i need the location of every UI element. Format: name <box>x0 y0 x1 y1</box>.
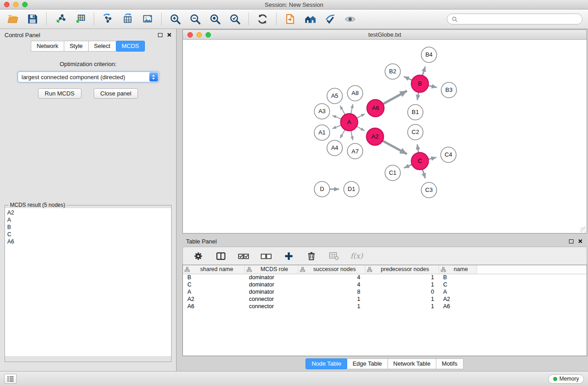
table-cell[interactable]: dominator <box>244 274 298 281</box>
table-cell[interactable]: dominator <box>244 288 298 295</box>
table-cell[interactable]: 1 <box>298 295 365 303</box>
expand-neighbors-button[interactable] <box>282 11 298 27</box>
show-column-panel-button[interactable] <box>213 248 229 264</box>
tab-network-table[interactable]: Network Table <box>387 358 436 369</box>
table-cell[interactable]: B <box>183 274 244 281</box>
tab-edge-table[interactable]: Edge Table <box>347 358 388 369</box>
graph-node-A2[interactable]: A2 <box>366 128 383 145</box>
table-cell[interactable]: 0 <box>365 288 439 295</box>
table-cell[interactable]: 1 <box>365 274 439 281</box>
table-cell[interactable]: C <box>439 281 477 288</box>
graph-node-C2[interactable]: C2 <box>408 124 423 140</box>
table-cell[interactable]: connector <box>244 295 298 303</box>
graph-node-D[interactable]: D <box>314 181 330 197</box>
close-panel-icon[interactable] <box>167 33 172 37</box>
network-canvas[interactable]: B4B2B3B1A5A8A3A1A4A7C2C4C1C3DD1BA6AA2C <box>183 40 587 233</box>
graph-node-A8[interactable]: A8 <box>347 86 363 101</box>
open-file-button[interactable] <box>5 11 21 27</box>
refresh-view-button[interactable] <box>254 11 271 27</box>
table-cell[interactable]: A2 <box>439 295 477 303</box>
mcds-result-item[interactable]: A6 <box>7 238 169 245</box>
zoom-out-button[interactable] <box>187 11 203 27</box>
column-header-name[interactable]: name <box>439 265 477 274</box>
new-network-view-button[interactable] <box>100 11 116 27</box>
import-network-button[interactable] <box>52 11 68 27</box>
table-cell[interactable]: A <box>439 288 477 295</box>
network-minimize-button[interactable] <box>196 32 202 38</box>
export-image-button[interactable] <box>139 11 156 27</box>
task-history-button[interactable] <box>4 374 17 384</box>
table-cell[interactable]: A6 <box>439 303 477 310</box>
table-cell[interactable]: 1 <box>365 303 439 310</box>
show-hide-button[interactable] <box>342 11 358 27</box>
network-close-button[interactable] <box>187 32 193 38</box>
zoom-selected-button[interactable] <box>227 11 243 27</box>
table-cell[interactable]: 1 <box>365 281 439 288</box>
import-table-button[interactable] <box>72 11 88 27</box>
graph-node-A4[interactable]: A4 <box>327 140 342 156</box>
table-row[interactable]: Cdominator41C <box>183 281 587 288</box>
deselect-all-rows-button[interactable] <box>258 248 274 264</box>
graph-node-C[interactable]: C <box>411 152 429 170</box>
zoom-fit-button[interactable] <box>207 11 223 27</box>
table-cell[interactable]: B <box>439 274 477 281</box>
apply-style-button[interactable] <box>322 11 338 27</box>
table-row[interactable]: A6connector11A6 <box>183 303 587 310</box>
table-cell[interactable]: 1 <box>365 295 439 303</box>
network-maximize-button[interactable] <box>206 32 211 38</box>
search-input[interactable] <box>460 16 578 23</box>
column-header-shared-name[interactable]: shared name <box>183 265 244 274</box>
new-table-view-button[interactable] <box>120 11 136 27</box>
graph-node-C3[interactable]: C3 <box>421 182 437 198</box>
maximize-window-button[interactable] <box>22 2 28 7</box>
select-all-rows-button[interactable] <box>235 248 252 264</box>
table-cell[interactable]: 4 <box>298 281 365 288</box>
mcds-result-item[interactable]: A <box>7 216 169 224</box>
graph-node-C1[interactable]: C1 <box>385 165 401 181</box>
zoom-in-button[interactable] <box>167 11 183 27</box>
add-row-button[interactable] <box>281 248 297 264</box>
mcds-result-item[interactable]: B <box>7 224 169 231</box>
delete-rows-button[interactable] <box>303 248 320 264</box>
minimize-window-button[interactable] <box>13 2 19 7</box>
table-cell[interactable]: A6 <box>183 303 244 310</box>
graph-node-B[interactable]: B <box>411 75 429 92</box>
graph-node-A6[interactable]: A6 <box>367 100 384 117</box>
graph-node-D1[interactable]: D1 <box>344 181 359 197</box>
close-panel-button[interactable]: Close panel <box>94 88 139 99</box>
show-home-networks-button[interactable] <box>302 11 318 27</box>
save-session-button[interactable] <box>24 11 41 27</box>
mcds-result-item[interactable]: A2 <box>7 209 169 216</box>
graph-node-A1[interactable]: A1 <box>314 125 330 140</box>
search-box[interactable] <box>447 14 583 24</box>
tab-mcds[interactable]: MCDS <box>116 41 145 52</box>
table-cell[interactable]: A2 <box>183 295 244 303</box>
resize-grip[interactable] <box>580 227 586 233</box>
tab-motifs[interactable]: Motifs <box>436 358 464 369</box>
memory-button[interactable]: Memory <box>548 374 584 384</box>
table-cell[interactable]: C <box>183 281 244 288</box>
graph-node-A7[interactable]: A7 <box>347 143 363 159</box>
table-cell[interactable]: 4 <box>298 274 365 281</box>
tab-node-table[interactable]: Node Table <box>306 358 347 369</box>
table-cell[interactable]: connector <box>244 303 298 310</box>
mcds-result-item[interactable]: C <box>7 231 169 238</box>
table-cell[interactable]: 8 <box>298 288 365 295</box>
column-header-successor-nodes[interactable]: successor nodes <box>298 265 365 274</box>
graph-node-C4[interactable]: C4 <box>441 147 456 162</box>
table-row[interactable]: Adominator80A <box>183 288 587 295</box>
close-table-panel-icon[interactable] <box>578 239 583 243</box>
column-header-MCDS-role[interactable]: MCDS role <box>244 265 298 274</box>
float-table-panel-icon[interactable] <box>569 239 574 243</box>
graph-node-B4[interactable]: B4 <box>421 47 437 62</box>
run-mcds-button[interactable]: Run MCDS <box>38 88 81 99</box>
table-row[interactable]: Bdominator41B <box>183 274 587 281</box>
table-row[interactable]: A2connector11A2 <box>183 295 587 303</box>
tab-select[interactable]: Select <box>88 41 116 52</box>
table-cell[interactable]: 1 <box>298 303 365 310</box>
graph-node-B2[interactable]: B2 <box>385 64 401 79</box>
function-builder-button[interactable]: f(x) <box>350 252 363 260</box>
close-window-button[interactable] <box>4 2 10 7</box>
graph-node-A[interactable]: A <box>340 114 358 131</box>
float-panel-icon[interactable] <box>158 33 163 37</box>
